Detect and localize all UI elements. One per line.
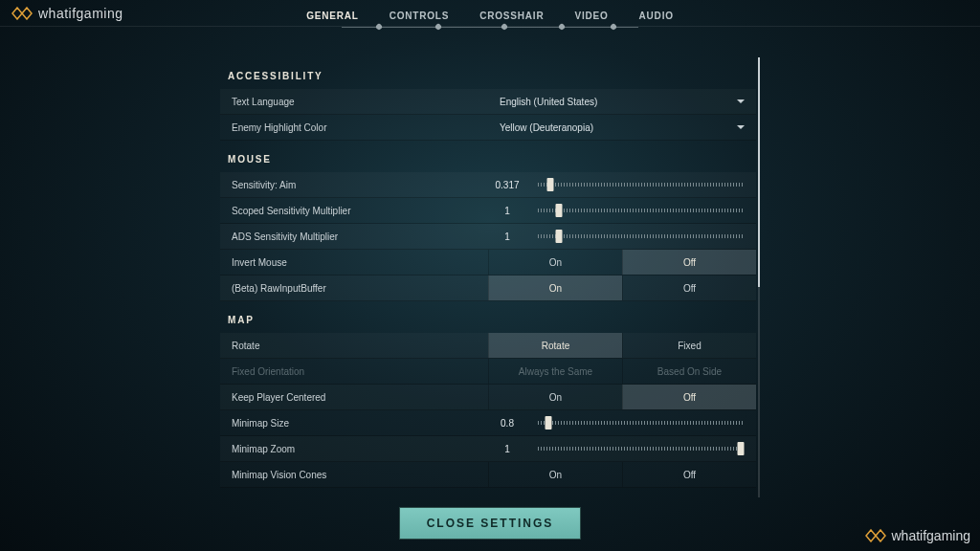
- slider-minimap-size[interactable]: [538, 421, 745, 425]
- row-scoped-sens: Scoped Sensitivity Multiplier 1: [220, 198, 756, 224]
- slider-minimap-zoom[interactable]: [538, 447, 745, 451]
- section-map-title: MAP: [220, 301, 756, 333]
- value-minimap-size: 0.8: [488, 418, 526, 429]
- slider-sensitivity-aim[interactable]: [538, 183, 745, 187]
- toggle-rawinput-on[interactable]: On: [488, 276, 622, 300]
- section-accessibility-title: ACCESSIBILITY: [220, 57, 756, 89]
- dropdown-text-language[interactable]: English (United States): [488, 89, 756, 114]
- toggle-invert-mouse-on[interactable]: On: [488, 250, 622, 275]
- section-mouse-title: MOUSE: [220, 141, 756, 172]
- settings-tabs: GENERAL CONTROLS CROSSHAIR VIDEO AUDIO: [291, 0, 689, 27]
- toggle-cones-on[interactable]: On: [488, 462, 622, 487]
- dropdown-enemy-highlight[interactable]: Yellow (Deuteranopia): [488, 115, 756, 140]
- value-minimap-zoom: 1: [488, 444, 526, 454]
- row-minimap-size: Minimap Size 0.8: [220, 410, 756, 436]
- settings-panel: ACCESSIBILITY Text Language English (Uni…: [220, 57, 756, 497]
- row-vision-cones: Minimap Vision Cones On Off: [220, 462, 756, 488]
- value-sensitivity-aim: 0.317: [488, 180, 526, 190]
- label-minimap-size: Minimap Size: [220, 418, 488, 429]
- tab-audio[interactable]: AUDIO: [624, 11, 689, 27]
- tab-general[interactable]: GENERAL: [291, 11, 374, 27]
- row-ads-sens: ADS Sensitivity Multiplier 1: [220, 224, 756, 250]
- label-rawinputbuffer: (Beta) RawInputBuffer: [220, 283, 488, 294]
- slider-thumb[interactable]: [555, 204, 562, 217]
- label-enemy-highlight: Enemy Highlight Color: [220, 122, 488, 133]
- toggle-invert-mouse-off[interactable]: Off: [622, 250, 756, 275]
- row-enemy-highlight: Enemy Highlight Color Yellow (Deuteranop…: [220, 115, 756, 141]
- tab-crosshair[interactable]: CROSSHAIR: [464, 11, 559, 27]
- toggle-rotate-rotate[interactable]: Rotate: [488, 333, 622, 358]
- slider-thumb[interactable]: [555, 230, 562, 243]
- toggle-rotate-fixed[interactable]: Fixed: [622, 333, 756, 358]
- tab-rail: [342, 27, 638, 28]
- scrollbar-thumb[interactable]: [758, 57, 760, 287]
- row-sensitivity-aim: Sensitivity: Aim 0.317: [220, 172, 756, 198]
- toggle-fixedori-same: Always the Same: [488, 359, 622, 384]
- label-text-language: Text Language: [220, 97, 488, 107]
- row-keep-centered: Keep Player Centered On Off: [220, 385, 756, 410]
- close-settings-button[interactable]: CLOSE SETTINGS: [399, 507, 581, 540]
- row-rawinputbuffer: (Beta) RawInputBuffer On Off: [220, 276, 756, 301]
- brand-text: whatifgaming: [38, 6, 123, 21]
- scrollbar[interactable]: [758, 57, 760, 497]
- row-rotate: Rotate Rotate Fixed: [220, 333, 756, 359]
- label-invert-mouse: Invert Mouse: [220, 257, 488, 268]
- label-fixed-orientation: Fixed Orientation: [220, 366, 488, 377]
- brand-icon: [11, 7, 33, 20]
- value-ads-sens: 1: [488, 231, 526, 242]
- slider-thumb[interactable]: [545, 416, 551, 430]
- slider-ads-sens[interactable]: [538, 234, 745, 238]
- watermark-bottom-right: whatifgaming: [865, 528, 971, 543]
- label-rotate: Rotate: [220, 341, 488, 351]
- toggle-rawinput-off[interactable]: Off: [622, 276, 756, 300]
- toggle-centered-off[interactable]: Off: [622, 385, 756, 409]
- brand-logo: whatifgaming: [11, 6, 123, 21]
- toggle-centered-on[interactable]: On: [488, 385, 622, 409]
- label-minimap-zoom: Minimap Zoom: [220, 444, 488, 454]
- slider-thumb[interactable]: [737, 442, 744, 455]
- row-fixed-orientation: Fixed Orientation Always the Same Based …: [220, 359, 756, 385]
- label-ads-sens: ADS Sensitivity Multiplier: [220, 231, 488, 242]
- toggle-fixedori-side: Based On Side: [622, 359, 756, 384]
- label-keep-centered: Keep Player Centered: [220, 392, 488, 403]
- label-vision-cones: Minimap Vision Cones: [220, 470, 488, 480]
- row-invert-mouse: Invert Mouse On Off: [220, 250, 756, 276]
- toggle-cones-off[interactable]: Off: [622, 462, 756, 487]
- slider-scoped-sens[interactable]: [538, 209, 745, 212]
- tab-controls[interactable]: CONTROLS: [374, 11, 465, 27]
- brand-icon: [865, 529, 886, 542]
- row-text-language: Text Language English (United States): [220, 89, 756, 115]
- row-minimap-zoom: Minimap Zoom 1: [220, 436, 756, 462]
- label-scoped-sens: Scoped Sensitivity Multiplier: [220, 206, 488, 216]
- label-sensitivity-aim: Sensitivity: Aim: [220, 180, 488, 190]
- slider-thumb[interactable]: [546, 178, 553, 191]
- value-scoped-sens: 1: [488, 206, 526, 216]
